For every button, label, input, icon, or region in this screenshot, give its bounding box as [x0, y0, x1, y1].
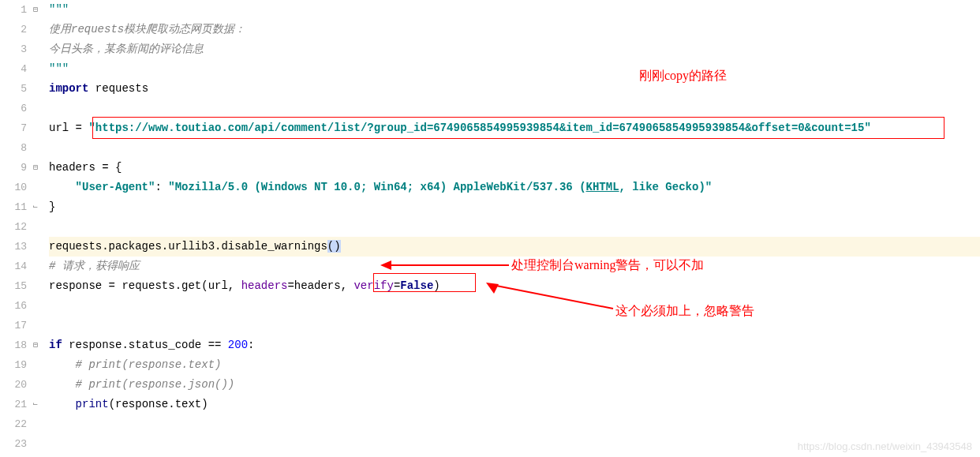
code-text: url =: [49, 122, 88, 134]
code-comment: # print(response.text): [76, 358, 222, 371]
code-param: headers: [241, 279, 288, 292]
line-number-gutter: 1 2 3 4 5 6 7 8 9 10 11 12 13 14 15 16 1…: [0, 0, 33, 457]
line-number[interactable]: 3: [0, 39, 27, 59]
line-number[interactable]: 7: [0, 118, 27, 138]
code-builtin: print: [76, 398, 109, 410]
code-text: requests.packages.urllib3.disable_warnin…: [49, 240, 327, 253]
code-keyword: import: [49, 82, 88, 95]
code-string: KHTML: [586, 181, 619, 193]
code-string: "Mozilla/5.0 (Windows NT 10.0; Win64; x6…: [168, 181, 585, 193]
line-number[interactable]: 22: [0, 414, 27, 434]
code-editor: 1 2 3 4 5 6 7 8 9 10 11 12 13 14 15 16 1…: [0, 0, 980, 457]
line-number[interactable]: 11: [0, 197, 27, 217]
fold-end-icon: ⌙: [33, 197, 38, 217]
line-number[interactable]: 21: [0, 395, 27, 414]
line-number[interactable]: 5: [0, 79, 27, 99]
code-number: 200: [228, 339, 248, 351]
code-text: response = requests.get(url,: [49, 279, 241, 292]
code-text: =headers,: [287, 279, 353, 292]
code-text: 使用requests模块爬取动态网页数据：: [49, 20, 980, 39]
fold-end-icon: ⌙: [33, 395, 38, 414]
line-number[interactable]: 4: [0, 59, 27, 79]
line-number[interactable]: 15: [0, 276, 27, 296]
code-string-url: "https://www.toutiao.com/api/comment/lis…: [88, 122, 870, 134]
code-text: response.status_code ==: [62, 339, 228, 351]
code-text: requests: [88, 82, 148, 95]
code-text: ): [433, 279, 440, 292]
code-text: 今日头条，某条新闻的评论信息: [49, 39, 980, 59]
code-text: """: [49, 62, 69, 75]
fold-column: ⊟ ⊟ ⌙ ⊟ ⌙: [33, 0, 44, 457]
line-number[interactable]: 13: [0, 237, 27, 257]
line-number[interactable]: 8: [0, 138, 27, 158]
code-text: (response.text): [109, 398, 208, 410]
code-text: """: [49, 3, 69, 16]
line-number[interactable]: 19: [0, 355, 27, 375]
line-number[interactable]: 16: [0, 296, 27, 316]
code-text: :: [248, 339, 254, 351]
line-number[interactable]: 20: [0, 375, 27, 395]
code-param: verify: [353, 279, 393, 292]
code-comment: # 请求，获得响应: [49, 260, 140, 272]
fold-icon[interactable]: ⊟: [33, 0, 38, 20]
code-keyword: False: [400, 279, 433, 292]
line-number[interactable]: 2: [0, 20, 27, 39]
line-number[interactable]: 12: [0, 217, 27, 237]
caret-selection: (): [327, 240, 341, 253]
code-text: :: [155, 181, 168, 193]
code-comment: # print(response.json()): [76, 378, 235, 391]
watermark-text: https://blog.csdn.net/weixin_43943548: [798, 440, 972, 452]
fold-icon[interactable]: ⊟: [33, 335, 38, 355]
code-text: headers = {: [49, 158, 980, 178]
line-number[interactable]: 23: [0, 434, 27, 454]
line-number[interactable]: 18: [0, 335, 27, 355]
line-number[interactable]: 17: [0, 316, 27, 335]
code-area[interactable]: """ 使用requests模块爬取动态网页数据： 今日头条，某条新闻的评论信息…: [44, 0, 980, 457]
code-keyword: if: [49, 339, 62, 351]
line-number[interactable]: 10: [0, 178, 27, 197]
fold-icon[interactable]: ⊟: [33, 158, 38, 178]
code-string: , like Gecko)": [619, 181, 713, 193]
line-number[interactable]: 1: [0, 0, 27, 20]
line-number[interactable]: 14: [0, 257, 27, 276]
code-string: "User-Agent": [76, 181, 155, 193]
line-number[interactable]: 9: [0, 158, 27, 178]
code-text: }: [49, 197, 980, 217]
line-number[interactable]: 6: [0, 99, 27, 118]
